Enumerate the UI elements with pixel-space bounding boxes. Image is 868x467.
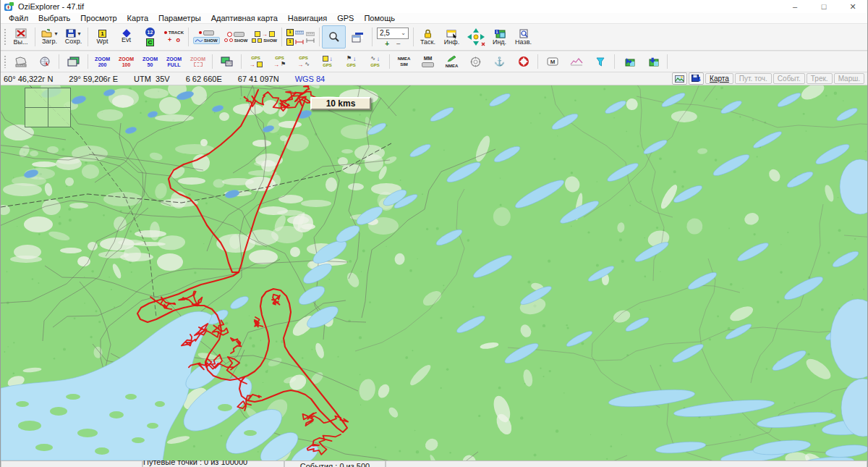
zoom-100-button[interactable]: ZOOM 100 bbox=[114, 53, 138, 70]
track-point-buttons[interactable]: + o bbox=[168, 36, 180, 43]
minimize-icon[interactable]: – bbox=[780, 0, 809, 13]
tab-routes[interactable]: Марш. bbox=[834, 73, 864, 84]
screen-button[interactable] bbox=[61, 53, 85, 70]
zoom-in-button[interactable]: + bbox=[385, 41, 389, 47]
menu-options[interactable]: Параметры bbox=[153, 13, 206, 23]
show-waypoints-button[interactable]: SHOW bbox=[224, 38, 248, 43]
toolbar-grip[interactable] bbox=[4, 55, 7, 68]
find-name-button[interactable]: M bbox=[540, 53, 564, 70]
info-button[interactable]: Инф. bbox=[440, 25, 464, 49]
lifebuoy-icon bbox=[519, 56, 529, 67]
map-point-icon[interactable]: 12 bbox=[145, 28, 155, 37]
waypoint-distance-button[interactable]: 1 bbox=[286, 38, 304, 46]
menu-file[interactable]: Файл bbox=[4, 13, 33, 23]
ruler2-icon[interactable] bbox=[306, 32, 315, 36]
profile-button[interactable] bbox=[564, 53, 588, 70]
zoom-50-button[interactable]: ZOOM 50 bbox=[138, 53, 162, 70]
track-add-icon[interactable]: + bbox=[168, 36, 171, 43]
arrow-icon: → bbox=[250, 62, 255, 67]
zoom-full-button[interactable]: ZOOM FULL bbox=[162, 53, 186, 70]
load-button[interactable]: ▾ Загр. bbox=[38, 25, 61, 49]
print-screen-button[interactable] bbox=[215, 53, 239, 70]
tab-map[interactable]: Карта bbox=[705, 73, 733, 84]
zoom-window-button[interactable]: ZOOM bbox=[186, 53, 210, 70]
anchor-button[interactable]: ⚓ bbox=[488, 53, 511, 70]
close-icon[interactable]: ✕ bbox=[838, 0, 867, 13]
comment-icon[interactable]: C bbox=[146, 38, 154, 46]
zoom-200-button[interactable]: ZOOM 200 bbox=[90, 53, 114, 70]
menu-view[interactable]: Просмотр bbox=[75, 13, 122, 23]
get-route-from-gps-button[interactable]: ⚑↓ GPS bbox=[339, 53, 363, 70]
send-track-to-gps-button[interactable]: GPS →∿ bbox=[292, 53, 315, 70]
menu-navigation[interactable]: Навигация bbox=[283, 13, 332, 23]
toolbar-grip[interactable] bbox=[4, 28, 7, 46]
map-image-button[interactable] bbox=[672, 72, 687, 85]
map-find-button[interactable] bbox=[33, 53, 56, 70]
maximize-icon[interactable]: □ bbox=[809, 0, 838, 13]
send-route-to-gps-button[interactable]: GPS →⚑ bbox=[268, 53, 292, 70]
magnifier-button[interactable] bbox=[322, 25, 346, 49]
load-dropdown-icon[interactable]: ▾ bbox=[54, 30, 57, 37]
zoom-window-icon bbox=[194, 62, 203, 67]
separator bbox=[281, 28, 282, 46]
menu-gps[interactable]: GPS bbox=[332, 13, 359, 23]
menu-select[interactable]: Выбрать bbox=[33, 13, 75, 23]
show-track-button[interactable]: SHOW bbox=[193, 37, 220, 44]
map-canvas[interactable] bbox=[1, 85, 868, 460]
nmea-simulator-button[interactable]: NMEA SIM bbox=[392, 53, 416, 70]
moving-map-button[interactable]: MM bbox=[416, 53, 440, 70]
save-button[interactable]: ▾ Сохр. bbox=[61, 25, 85, 49]
separator bbox=[88, 54, 88, 69]
track-circle-icon[interactable]: o bbox=[176, 36, 180, 43]
point-comment-buttons[interactable]: 12 C bbox=[138, 25, 162, 49]
get-track-from-gps-button[interactable]: ∿↓ GPS bbox=[363, 53, 387, 70]
zoom-spinner[interactable]: 2,5 ⌄ bbox=[377, 28, 409, 39]
filter-button[interactable] bbox=[588, 53, 612, 70]
name-search-button[interactable]: Назв. bbox=[511, 25, 535, 49]
waypoint-ruler-button[interactable]: 1 bbox=[286, 29, 304, 36]
tab-tracks[interactable]: Трек. bbox=[807, 73, 833, 84]
menu-help[interactable]: Помощь bbox=[359, 13, 400, 23]
compass-button[interactable] bbox=[464, 53, 488, 70]
load-prev-map-button[interactable] bbox=[617, 53, 641, 70]
get-wpt-from-gps-button[interactable]: ↓ GPS bbox=[315, 53, 339, 70]
save-dropdown-icon[interactable]: ▾ bbox=[77, 30, 80, 37]
info-label: Инф. bbox=[444, 39, 459, 46]
pan-arrows-button[interactable] bbox=[464, 25, 488, 49]
send-wpt-to-gps-button[interactable]: GPS → bbox=[244, 53, 268, 70]
track-control-buttons[interactable]: TRACK + o bbox=[162, 25, 186, 49]
tab-events[interactable]: Событ. bbox=[773, 73, 805, 84]
waypoint-button[interactable]: 1 Wpt bbox=[90, 25, 114, 49]
separator bbox=[59, 54, 59, 69]
lifebuoy-button[interactable] bbox=[511, 53, 535, 70]
track-mode-button[interactable]: TRACK bbox=[164, 30, 184, 35]
map-ruler-button[interactable] bbox=[9, 53, 33, 70]
ibeam2-icon[interactable] bbox=[306, 38, 315, 43]
load-next-map-button[interactable] bbox=[641, 53, 665, 70]
zoom-200-bottom: 200 bbox=[98, 62, 107, 67]
event-button[interactable]: Evt bbox=[114, 25, 138, 49]
show-routes-button[interactable]: SHOW bbox=[252, 38, 277, 43]
menu-map[interactable]: Карта bbox=[122, 13, 153, 23]
lock-button[interactable]: Таск. bbox=[416, 25, 440, 49]
pages-button[interactable] bbox=[346, 25, 370, 49]
status-empty-panel bbox=[386, 460, 867, 467]
menu-adaptive-map[interactable]: Адаптивная карта bbox=[206, 13, 283, 23]
map-area[interactable]: 10 kms bbox=[1, 85, 868, 460]
zoom-out-button[interactable]: − bbox=[396, 41, 401, 47]
moving-map-label: MM bbox=[424, 56, 433, 61]
select-map-button[interactable]: Вы... bbox=[9, 25, 33, 49]
nmea-log-button[interactable]: NMEA bbox=[440, 53, 464, 70]
gps-label: GPS bbox=[275, 56, 284, 60]
coordinate-bar: 60° 46,322г N 29° 59,206г E UTM 35V 6 62… bbox=[1, 72, 867, 85]
quick-save-button[interactable] bbox=[689, 72, 704, 85]
map-overview-widget[interactable] bbox=[25, 88, 71, 127]
dot-icon bbox=[224, 38, 228, 42]
tab-waypoints[interactable]: Пут. точ. bbox=[735, 73, 772, 84]
datum-readout: WGS 84 bbox=[295, 75, 326, 83]
measure-tools-group: 1 1 bbox=[284, 25, 317, 49]
index-map-button[interactable]: 1 Инд. bbox=[488, 25, 511, 49]
track-dot-icon bbox=[164, 31, 167, 34]
chevron-down-icon[interactable]: ⌄ bbox=[401, 30, 406, 36]
dot-icon bbox=[229, 38, 233, 42]
